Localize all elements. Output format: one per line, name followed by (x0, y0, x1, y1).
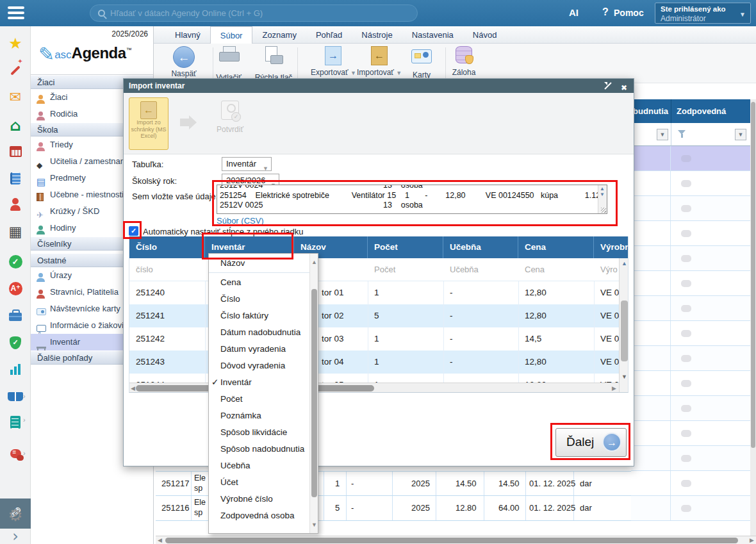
horizontal-scrollbar[interactable]: ◀ ▶ (156, 536, 756, 544)
bg-filter-zodpovedna[interactable]: ▼ (671, 123, 750, 146)
bg-row[interactable] (631, 396, 750, 421)
scroll-up-icon[interactable]: ▲ (311, 259, 317, 265)
bg-row[interactable] (631, 421, 750, 446)
confirm-button-disabled[interactable]: Potvrdiť (211, 101, 249, 134)
chat-bubbles-icon[interactable]: › (0, 449, 31, 461)
bg-row[interactable] (631, 271, 750, 296)
user-menu[interactable]: Ste prihlásený ako Administrátor ▼ (655, 3, 751, 24)
import-from-clipboard-button[interactable]: ← Import zo schránky (MS Excel) (129, 97, 168, 150)
export-button[interactable]: → Exportovať ▼ (311, 46, 356, 77)
scrollbar-thumb[interactable] (621, 301, 628, 361)
home-icon[interactable]: ⌂ (0, 117, 31, 135)
dropdown-item[interactable]: Výrobné číslo (209, 491, 318, 507)
search-input[interactable] (110, 8, 392, 18)
bg-filter-datum[interactable]: ▼ (631, 123, 671, 146)
bg-row[interactable] (631, 296, 750, 321)
quick-print-button[interactable]: Rýchla tlač (251, 46, 296, 82)
bg-row[interactable] (631, 246, 750, 271)
documents-icon[interactable]: › (0, 416, 31, 431)
bg-column-header-datum-nadobudnutia[interactable]: dobudnutia (631, 99, 671, 123)
settings-gear-icon[interactable]: ⚙ (0, 506, 31, 525)
dropdown-item[interactable]: Dátum nadobudnutia (209, 324, 318, 341)
check-circle-icon[interactable]: ✓ (0, 255, 31, 268)
expand-chevron-icon[interactable]: › (0, 527, 31, 544)
help-icon[interactable]: ? (602, 6, 609, 18)
briefcase-icon[interactable] (0, 309, 31, 324)
dropdown-item[interactable]: Číslo (209, 291, 318, 308)
column-header-ucebna[interactable]: Učebňa (443, 236, 518, 258)
tab-pohlad[interactable]: Pohľad (306, 26, 352, 44)
vertical-scrollbar[interactable] (750, 99, 756, 536)
dropdown-item-checked[interactable]: ✓Inventár (209, 374, 318, 391)
bg-row[interactable] (631, 446, 750, 471)
library-book-icon[interactable]: › (0, 392, 31, 404)
dropdown-item[interactable]: Počet (209, 391, 318, 408)
dropdown-item[interactable]: Cena (209, 274, 318, 291)
table-select[interactable]: Inventár▼ (222, 157, 272, 171)
print-button[interactable]: Vytlačiť (206, 46, 251, 82)
bg-row[interactable] (631, 496, 750, 521)
bg-row[interactable] (631, 196, 750, 221)
scroll-left-icon[interactable]: ◀ (158, 537, 162, 543)
table-filter-row[interactable]: číslo Počet Učebňa Cena Výro (129, 258, 629, 281)
favorites-star-icon[interactable]: ★ (0, 35, 31, 53)
scroll-up-icon[interactable]: ▲ (621, 260, 627, 267)
hamburger-menu-icon[interactable] (8, 6, 24, 22)
filter-dropdown-icon[interactable]: ▼ (657, 129, 668, 140)
tab-navod[interactable]: Návod (463, 26, 507, 44)
table-row[interactable]: 251241 tor 02 5 - 12,80 VE 0 (129, 304, 629, 327)
column-header-cena[interactable]: Cena (518, 236, 594, 258)
dialog-titlebar[interactable]: Import inventar ✖ (124, 79, 634, 93)
back-button[interactable]: ← Naspäť (161, 46, 206, 78)
cards-button[interactable]: Karty (399, 46, 444, 79)
dropdown-item[interactable]: Spôsob nadobudnutia (209, 441, 318, 457)
scrollbar-thumb[interactable] (165, 538, 738, 543)
dropdown-item[interactable]: Dôvod vyradenia (209, 358, 318, 374)
filter-dropdown-icon[interactable]: ▼ (735, 129, 746, 140)
mail-envelope-icon[interactable]: ✉ (0, 89, 31, 105)
tab-nastavenia[interactable]: Nastavenia (402, 26, 463, 44)
magic-wand-icon[interactable] (0, 65, 31, 79)
calendar-clock-icon[interactable]: ▦ (0, 224, 31, 240)
dropdown-item[interactable]: Učebňa (209, 457, 318, 474)
scroll-right-icon[interactable]: ▶ (612, 385, 616, 392)
bg-row[interactable] (631, 346, 750, 371)
bg-row[interactable] (631, 471, 750, 496)
grades-a-plus-icon[interactable]: A⁺ (0, 282, 31, 295)
scroll-down-icon[interactable]: ▼ (311, 522, 317, 528)
scrollbar-thumb[interactable] (311, 289, 317, 497)
dropdown-item[interactable]: Číslo faktúry (209, 308, 318, 324)
tab-hlavny[interactable]: Hlavný (165, 26, 210, 44)
table-vertical-scrollbar[interactable]: ▲ ▼ (619, 258, 629, 393)
global-search[interactable] (90, 4, 418, 22)
import-button[interactable]: ← Importovať ▼ (357, 46, 402, 77)
table-row[interactable]: 251243 tor 04 1 - 12,80 VE 0 (129, 350, 629, 374)
bg-row[interactable] (631, 171, 750, 196)
timetable-calendar-icon[interactable] (0, 146, 31, 160)
backup-button[interactable]: Záloha (441, 46, 486, 77)
tab-zoznamy[interactable]: Zoznamy (252, 26, 306, 44)
table-horizontal-scrollbar[interactable]: ◀ ▶ (129, 383, 619, 393)
dropdown-item[interactable]: Spôsob likvidácie (209, 424, 318, 441)
column-header-vyrobne[interactable]: Výrobn (594, 236, 629, 258)
column-header-cislo[interactable]: Číslo (129, 236, 205, 258)
table-row[interactable]: 251242 tor 03 1 - 14,5 VE 0 (129, 327, 629, 350)
dropdown-scrollbar[interactable]: ▲ ▼ (309, 254, 318, 533)
dropdown-item[interactable]: Dátum vyradenia (209, 341, 318, 358)
bg-row[interactable] (631, 221, 750, 246)
bg-column-header-zodpovedna-osoba[interactable]: Zodpovedná osoba (671, 99, 750, 123)
dropdown-item[interactable]: Zodpovedná osoba (209, 507, 318, 524)
bg-row[interactable] (631, 371, 750, 396)
ai-button[interactable]: AI (569, 7, 579, 18)
table-row[interactable]: 251240 tor 01 1 - 12,80 VE 0 (129, 281, 629, 304)
bg-row-selected[interactable] (631, 146, 750, 171)
scroll-left-icon[interactable]: ◀ (131, 385, 135, 392)
person-icon[interactable] (0, 198, 31, 213)
dropdown-item[interactable]: Účet (209, 474, 318, 491)
scroll-right-icon[interactable]: ▶ (750, 537, 754, 543)
scrollbar-thumb[interactable] (751, 102, 755, 448)
bg-row[interactable] (631, 321, 750, 346)
column-header-pocet[interactable]: Počet (368, 236, 443, 258)
help-button[interactable]: Pomoc (614, 8, 644, 18)
dropdown-item[interactable]: Poznámka (209, 408, 318, 424)
